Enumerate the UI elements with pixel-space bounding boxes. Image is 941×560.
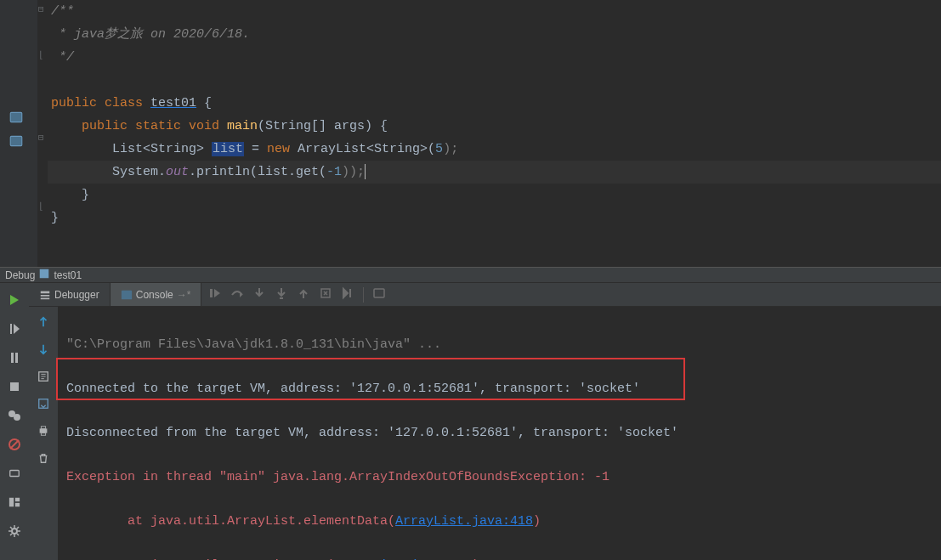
- svg-line-10: [10, 440, 19, 449]
- svg-rect-22: [374, 289, 384, 297]
- scroll-down-button[interactable]: [35, 341, 52, 358]
- code-text: ArrayList<String>(: [298, 142, 435, 156]
- console-trace: ): [533, 514, 541, 529]
- code-text: * java梦之旅 on 2020/6/18.: [51, 27, 250, 42]
- svg-rect-27: [41, 433, 45, 436]
- console-toolbar: [29, 307, 58, 560]
- debug-tool-window-header: Debug test01: [0, 267, 941, 283]
- code-text: List<String>: [51, 142, 212, 156]
- debug-panel: Debugger Console →*: [0, 283, 941, 560]
- caret: [365, 164, 366, 179]
- code-text: */: [51, 50, 74, 65]
- svg-rect-13: [15, 498, 20, 501]
- debug-left-toolbar: [0, 283, 29, 560]
- view-breakpoints-button[interactable]: [6, 407, 23, 424]
- scroll-to-end-button[interactable]: [35, 395, 52, 412]
- console-trace: at java.util.ArrayList.elementData(: [66, 514, 395, 529]
- show-execution-point-button[interactable]: [208, 286, 222, 303]
- mute-breakpoints-button[interactable]: [6, 436, 23, 453]
- stacktrace-link[interactable]: ArrayList.java:418: [395, 514, 533, 529]
- class-name[interactable]: test01: [150, 96, 196, 110]
- code-area[interactable]: /** * java梦之旅 on 2020/6/18. */ public cl…: [48, 0, 941, 267]
- run-config-icon: [38, 268, 50, 282]
- tab-label: Debugger: [54, 289, 99, 301]
- resume-button[interactable]: [6, 320, 23, 337]
- step-over-button[interactable]: [230, 286, 244, 303]
- tab-label: Console: [136, 289, 173, 301]
- variable-highlight: list: [212, 142, 244, 156]
- stop-button[interactable]: [6, 378, 23, 395]
- code-text: new: [267, 142, 298, 156]
- soft-wrap-button[interactable]: [35, 368, 52, 385]
- evaluate-expression-button[interactable]: [372, 286, 386, 303]
- svg-rect-20: [280, 297, 283, 299]
- code-text: out: [166, 165, 189, 179]
- svg-rect-6: [10, 382, 19, 391]
- svg-rect-5: [15, 353, 18, 363]
- run-config-name[interactable]: test01: [54, 269, 82, 281]
- svg-rect-2: [40, 269, 49, 279]
- code-text: }: [51, 188, 89, 202]
- console-line: "C:\Program Files\Java\jdk1.8.0_131\bin\…: [66, 337, 441, 352]
- svg-rect-17: [41, 295, 50, 297]
- run-to-cursor-button[interactable]: [341, 286, 354, 303]
- step-into-button[interactable]: [252, 286, 266, 303]
- force-step-into-button[interactable]: [275, 286, 288, 303]
- scroll-up-button[interactable]: [35, 314, 52, 331]
- tab-console[interactable]: Console →*: [111, 283, 202, 306]
- debug-label: Debug: [5, 269, 35, 281]
- code-text: 5: [435, 142, 443, 156]
- settings-button[interactable]: [6, 523, 23, 540]
- svg-rect-19: [122, 290, 132, 299]
- fold-mark[interactable]: ⊟: [38, 3, 44, 14]
- frames-icon: [39, 289, 51, 301]
- code-text: .println(list.get(: [189, 165, 326, 179]
- debug-tabs: Debugger Console →*: [29, 283, 941, 307]
- code-text: =: [244, 142, 267, 156]
- clear-all-button[interactable]: [35, 450, 52, 467]
- rerun-button[interactable]: [6, 291, 23, 308]
- svg-rect-25: [40, 428, 48, 433]
- fold-column: ⊟ ⌊ ⊟ ⌊: [37, 0, 48, 267]
- code-text: -1: [326, 165, 342, 179]
- code-text: public class: [51, 96, 150, 110]
- code-text: public static void: [51, 119, 227, 133]
- get-thread-dump-button[interactable]: [6, 465, 23, 482]
- print-button[interactable]: [35, 422, 52, 439]
- code-editor[interactable]: ⊟ ⌊ ⊟ ⌊ /** * java梦之旅 on 2020/6/18. */ p…: [0, 0, 941, 267]
- svg-rect-16: [41, 291, 50, 293]
- pause-button[interactable]: [6, 349, 23, 366]
- code-text: );: [443, 142, 458, 156]
- gutter: [0, 0, 37, 267]
- svg-rect-18: [41, 297, 50, 299]
- method-gutter-icon: [9, 133, 24, 149]
- class-gutter-icon: [9, 110, 24, 125]
- tab-debugger[interactable]: Debugger: [29, 283, 111, 306]
- drop-frame-button[interactable]: [319, 286, 332, 303]
- code-text: ));: [342, 165, 365, 179]
- console-line: Disconnected from the target VM, address…: [66, 426, 678, 440]
- fold-mark[interactable]: ⊟: [38, 132, 44, 143]
- console-line: Connected to the target VM, address: '12…: [66, 382, 640, 396]
- fold-end: ⌊: [38, 49, 44, 60]
- console-output[interactable]: "C:\Program Files\Java\jdk1.8.0_131\bin\…: [58, 307, 941, 560]
- svg-rect-11: [10, 471, 20, 477]
- code-text: (String[] args) {: [258, 119, 388, 133]
- console-icon: [121, 289, 133, 301]
- code-text: }: [51, 211, 59, 225]
- svg-rect-12: [9, 498, 14, 507]
- restore-layout-button[interactable]: [6, 494, 23, 511]
- svg-rect-26: [41, 427, 45, 429]
- svg-rect-14: [15, 503, 20, 506]
- svg-point-15: [12, 529, 17, 534]
- svg-rect-1: [10, 136, 22, 145]
- console-exception: Exception in thread "main" java.lang.Arr…: [66, 470, 609, 484]
- pin-icon: →*: [177, 289, 191, 301]
- method-name: main: [227, 119, 258, 133]
- step-toolbar: [201, 283, 393, 306]
- svg-point-8: [14, 414, 20, 421]
- svg-rect-4: [11, 353, 14, 363]
- svg-rect-3: [10, 324, 12, 334]
- step-out-button[interactable]: [297, 286, 310, 303]
- fold-end: ⌊: [38, 201, 44, 212]
